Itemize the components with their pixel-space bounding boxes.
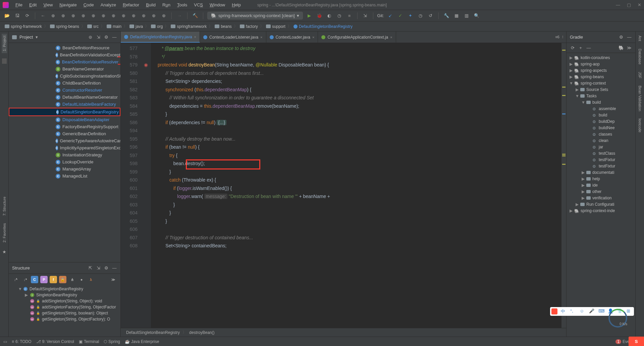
- menu-view[interactable]: View: [41, 1, 55, 9]
- zoom3-icon[interactable]: ⊕: [69, 12, 77, 19]
- zoom9-icon[interactable]: ⊕: [130, 12, 137, 19]
- menu-navigate[interactable]: Navigate: [57, 1, 79, 9]
- menu-tools[interactable]: Tools: [174, 1, 190, 9]
- crumb-beans[interactable]: beans: [213, 23, 233, 30]
- menu-analyze[interactable]: Analyze: [98, 1, 119, 9]
- close-tab-icon[interactable]: ×: [390, 35, 392, 39]
- status-spring[interactable]: ⬡ Spring: [104, 339, 120, 344]
- attach-icon[interactable]: ⇲: [362, 12, 369, 19]
- sogou-icon[interactable]: [551, 308, 557, 314]
- elephant-icon[interactable]: 🐘: [619, 45, 624, 51]
- gradle-item[interactable]: ▶🐘spring-context-inde: [567, 207, 635, 214]
- gradle-item[interactable]: ▶🐘spring-aop: [567, 61, 635, 67]
- gear-icon[interactable]: ⚙: [104, 35, 109, 40]
- project-item-GenericTypeAwareAutowireCandi[interactable]: CGenericTypeAwareAutowireCandi: [9, 137, 120, 144]
- filter-anon-icon[interactable]: ●: [78, 276, 85, 283]
- sogou-tray-icon[interactable]: S: [629, 337, 644, 346]
- gradle-item[interactable]: ⚙testFixtur: [567, 156, 635, 163]
- editor-tab[interactable]: ContextLoaderListener.java×: [200, 32, 266, 43]
- locate-icon[interactable]: ⊚: [88, 35, 93, 40]
- right-tab-leetcode[interactable]: leetcode: [637, 116, 643, 135]
- menu-file[interactable]: File: [13, 1, 25, 9]
- zoom11-icon[interactable]: ⊕: [150, 12, 157, 19]
- gradle-item[interactable]: ⚙build: [567, 112, 635, 118]
- crumb-spring-beans[interactable]: spring-beans: [49, 23, 80, 30]
- settings-icon[interactable]: 🔧: [443, 12, 450, 19]
- project-item-BeanNameGenerator[interactable]: IBeanNameGenerator: [9, 65, 120, 72]
- close-tab-icon[interactable]: ×: [194, 35, 196, 39]
- status-toolwindow-icon[interactable]: ▭: [3, 339, 7, 344]
- gradle-item[interactable]: ▶🐘spring-beans: [567, 73, 635, 80]
- stop-icon[interactable]: ■: [346, 12, 353, 19]
- git-update-icon[interactable]: ↙: [387, 12, 394, 19]
- crumb-springframework[interactable]: springframework: [169, 23, 208, 30]
- close-tab-icon[interactable]: ×: [260, 35, 262, 39]
- project-item-BeanDefinitionResource[interactable]: CBeanDefinitionResource: [9, 44, 120, 51]
- structure-item[interactable]: m🔒getSingleton(String, boolean): Object: [9, 310, 120, 316]
- right-tab-bean validation[interactable]: Bean Validation: [637, 84, 643, 113]
- editor-tab[interactable]: ConfigurableApplicationContext.ja×: [318, 32, 396, 43]
- ime-emoji-icon[interactable]: ☺: [580, 308, 586, 314]
- ime-mic-icon[interactable]: 🎤: [589, 308, 595, 314]
- gradle-item[interactable]: ⚙buildNee: [567, 125, 635, 131]
- sort-alpha-icon[interactable]: ↓ᴬ: [12, 276, 19, 283]
- gradle-item[interactable]: ⚙assemble: [567, 105, 635, 112]
- save-all-icon[interactable]: 🖫: [13, 12, 21, 19]
- git-commit-icon[interactable]: ✓: [397, 12, 404, 19]
- gradle-item[interactable]: ▶ide: [567, 182, 635, 188]
- git-history-icon[interactable]: ◷: [417, 12, 424, 19]
- crumb-spring-framework[interactable]: spring-framework: [3, 23, 43, 30]
- zoom5-icon[interactable]: ⊕: [90, 12, 97, 19]
- project-item-ManagedArray[interactable]: CManagedArray: [9, 165, 120, 172]
- tab-list-icon[interactable]: ⁝: [562, 35, 564, 39]
- menu-refactor[interactable]: Refactor: [120, 1, 142, 9]
- run-icon[interactable]: ▶: [306, 12, 313, 19]
- structure-item[interactable]: ▼CDefaultSingletonBeanRegistry: [9, 286, 120, 292]
- zoom4-icon[interactable]: ⊕: [79, 12, 87, 19]
- gradle-item[interactable]: ▶verification: [567, 195, 635, 201]
- more-icon[interactable]: ≫: [627, 45, 632, 51]
- gradle-item[interactable]: ▶Source Sets: [567, 86, 635, 93]
- gradle-item[interactable]: ▼Tasks: [567, 93, 635, 99]
- filter-lambda-icon[interactable]: λ: [87, 276, 95, 283]
- project-item-ManagedList[interactable]: CManagedList: [9, 172, 120, 180]
- gradle-item[interactable]: ⚙jar: [567, 144, 635, 150]
- project-item-DefaultSingletonBeanRegistry[interactable]: CDefaultSingletonBeanRegistry: [9, 108, 120, 116]
- zoom1-icon[interactable]: ⊕: [49, 12, 57, 19]
- gradle-item[interactable]: ⚙testClass: [567, 150, 635, 156]
- zoom8-icon[interactable]: ⊕: [120, 12, 127, 19]
- profile-icon[interactable]: ◷: [336, 12, 343, 19]
- crumb-org[interactable]: org: [150, 23, 164, 30]
- status-todo[interactable]: ≡ 6: TODO: [12, 339, 32, 344]
- add-icon[interactable]: +: [578, 45, 583, 51]
- tab-favorites[interactable]: 2: Favorites: [2, 221, 7, 244]
- editor-tab[interactable]: DefaultSingletonBeanRegistry.java×: [121, 32, 200, 43]
- zoom12-icon[interactable]: ⊕: [160, 12, 167, 19]
- debug-icon[interactable]: 🐞: [316, 12, 323, 19]
- project-item-LookupOverride[interactable]: CLookupOverride: [9, 158, 120, 165]
- zoom7-icon[interactable]: ⊕: [110, 12, 117, 19]
- back-icon[interactable]: ←: [39, 12, 47, 19]
- menu-build[interactable]: Build: [143, 1, 158, 9]
- plugin-icon[interactable]: ▥: [463, 12, 470, 19]
- ime-lang-icon[interactable]: 中: [561, 308, 567, 314]
- filter-fields-icon[interactable]: f: [50, 276, 57, 283]
- project-structure-icon[interactable]: ▦: [453, 12, 460, 19]
- gradle-item[interactable]: ⚙testFixtur: [567, 163, 635, 169]
- forward-icon[interactable]: →: [176, 12, 183, 19]
- gradle-item[interactable]: ▼🐘spring-context: [567, 80, 635, 86]
- gradle-item[interactable]: ▶help: [567, 176, 635, 182]
- crumb-support[interactable]: support: [265, 23, 287, 30]
- menu-help[interactable]: Help: [229, 1, 244, 9]
- gradle-item[interactable]: ▼build: [567, 99, 635, 105]
- gradle-item[interactable]: ▶🐘spring-aspects: [567, 67, 635, 73]
- project-item-CglibSubclassingInstantiationStrat[interactable]: CCglibSubclassingInstantiationStrat: [9, 72, 120, 80]
- tab-structure[interactable]: 7: Structure: [2, 195, 7, 218]
- filter-class-icon[interactable]: C: [31, 276, 38, 283]
- expand-icon[interactable]: ⇱: [88, 265, 93, 271]
- tab-overflow[interactable]: ≡6: [555, 35, 559, 39]
- chevron-down-icon[interactable]: ▾: [36, 35, 38, 40]
- filter-nonpublic-icon[interactable]: 🔒: [59, 276, 66, 283]
- gear-icon[interactable]: ⚙: [619, 35, 624, 40]
- right-tab-ant[interactable]: Ant: [637, 34, 643, 43]
